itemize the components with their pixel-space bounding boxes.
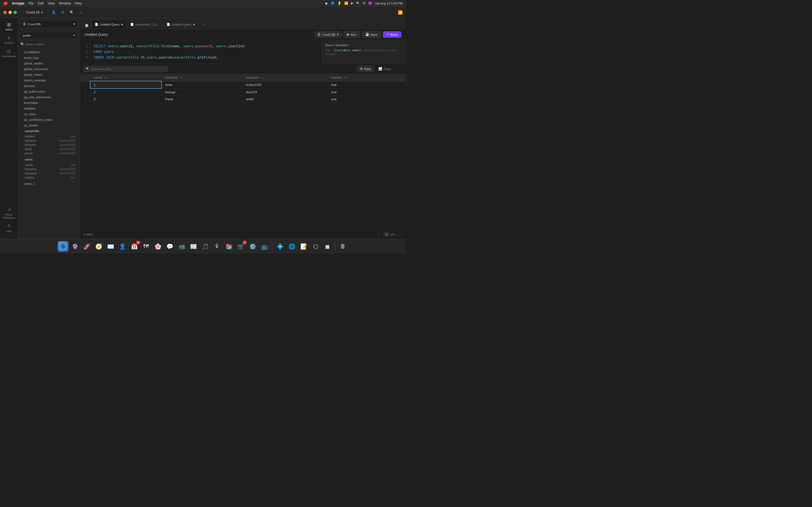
table-item[interactable]: › global_recovered — [18, 66, 80, 72]
cell-password[interactable]: dum234 — [243, 89, 328, 96]
chart-view-btn[interactable]: 📊 Chart — [375, 66, 394, 72]
current-page[interactable]: 1 — [384, 232, 390, 237]
table-item-userprofile[interactable]: ∨ userprofile — [18, 128, 80, 134]
dock-books[interactable]: 📚 — [223, 241, 234, 252]
table-item[interactable]: › asset_type — [18, 55, 80, 61]
tab-untitled2[interactable]: 📄 Untitled Query — [163, 19, 199, 29]
sidebar-item-queries[interactable]: ≡ Queries — [1, 34, 17, 46]
settings-icon-btn[interactable]: ⚙ — [59, 8, 66, 16]
dock-facetime[interactable]: 📹 — [176, 241, 187, 252]
dock-notion[interactable]: ◼ — [322, 241, 333, 252]
table-item[interactable]: › us_confirmed_cases — [18, 117, 80, 122]
home-tab[interactable]: 🏠 — [82, 22, 91, 29]
dock-messages[interactable]: 💬 — [164, 241, 175, 252]
dock-siri[interactable]: 🔮 — [70, 241, 80, 252]
workspace-selector[interactable]: Covid-19 ▾ — [24, 9, 45, 15]
sidebar-toggle-btn[interactable]: ◁ — [77, 8, 85, 16]
dock-podcasts[interactable]: 🎙 — [212, 241, 222, 252]
cell-userid[interactable]: 3 — [90, 96, 161, 103]
menu-file[interactable]: File — [29, 1, 34, 5]
cell-firstname[interactable]: George — [161, 89, 243, 96]
col-header-isactive[interactable]: isactive boo — [328, 74, 406, 81]
close-button[interactable] — [3, 11, 7, 14]
tab-untitled1[interactable]: 📄 Untitled Query — [91, 19, 126, 29]
table-item[interactable]: › pg_buffercache — [18, 89, 80, 94]
maximize-button[interactable] — [13, 11, 17, 14]
dock-appstore[interactable]: 🛒 1 — [236, 241, 246, 252]
table-item[interactable]: › persons — [18, 83, 80, 89]
minimize-button[interactable] — [8, 11, 12, 14]
dock-pages[interactable]: 📝 — [298, 241, 309, 252]
save-button[interactable]: 💾 Save — [362, 31, 381, 38]
dock-music[interactable]: 🎵 — [200, 241, 211, 252]
cell-password[interactable]: krofax1234 — [243, 81, 328, 89]
tab-userprofile[interactable]: 📄 userprofile - Co... — [126, 19, 163, 29]
dock-trash[interactable]: 🗑 — [338, 241, 348, 252]
cell-isactive[interactable]: true — [328, 89, 406, 96]
col-header-userid[interactable]: userid int4 — [90, 74, 161, 81]
dock-systemprefs[interactable]: ⚙️ — [247, 241, 258, 252]
help-btn[interactable]: ? Help — [1, 222, 17, 234]
dock-appletv[interactable]: 📺 — [259, 241, 270, 252]
table-item[interactable]: › pg_stat_statements — [18, 94, 80, 100]
table-item-users1[interactable]: › users_1 — [18, 181, 80, 186]
table-item-users[interactable]: ∨ users — [18, 157, 80, 162]
cell-firstname[interactable]: Paula — [161, 96, 243, 103]
run-button[interactable]: ▶ Run — [343, 31, 360, 38]
add-tab-btn[interactable]: ＋ — [200, 21, 207, 29]
table-item[interactable]: › global_states — [18, 72, 80, 77]
table-item[interactable]: › import_example — [18, 77, 80, 83]
dock-vscode2[interactable]: ⬡ — [310, 241, 321, 252]
dock-vscode[interactable]: 💠 — [274, 241, 285, 252]
results-more-btn[interactable]: ··· — [395, 66, 403, 72]
col-header-password[interactable]: password var — [243, 74, 328, 81]
share-workspace-btn[interactable]: ↗ ShareWorkspace — [1, 205, 17, 221]
table-item[interactable]: › CovidEffect — [18, 49, 80, 55]
code-editor[interactable]: SELECT users.userid, userprofile.firstna… — [90, 40, 321, 64]
dock-news[interactable]: 📰 — [188, 241, 199, 252]
apple-icon[interactable]: 🍎 — [3, 1, 8, 5]
db-badge[interactable]: 🗄 Covid DB ▾ — [314, 31, 342, 38]
col-header-firstname[interactable]: firstname va — [161, 74, 243, 81]
menu-window[interactable]: Window — [59, 1, 71, 5]
search-tables-input[interactable] — [26, 43, 73, 46]
dock-contacts[interactable]: 👤 — [117, 241, 128, 252]
dock-mail[interactable]: ✉️ — [105, 241, 116, 252]
dock-photos[interactable]: 🌸 — [153, 241, 163, 252]
table-item[interactable]: › us_deaths — [18, 122, 80, 128]
next-page-btn[interactable]: › — [397, 231, 403, 237]
dock-calendar[interactable]: 📅 14 — [129, 241, 140, 252]
sidebar-item-tables[interactable]: ⊞ Tables — [1, 20, 17, 33]
dock-launchpad[interactable]: 🚀 — [82, 241, 92, 252]
menu-help[interactable]: Help — [75, 1, 82, 5]
table-item[interactable]: › global_deaths — [18, 61, 80, 66]
schema-btn[interactable]: public ▾ — [20, 32, 78, 39]
cell-isactive[interactable]: true — [328, 96, 406, 103]
prev-page-btn[interactable]: ‹ — [377, 231, 382, 237]
menu-view[interactable]: View — [48, 1, 55, 5]
cell-isactive[interactable]: true — [328, 81, 406, 89]
table-view-btn[interactable]: ⊞ Table — [357, 66, 374, 72]
dock-chrome[interactable]: 🌐 — [287, 241, 297, 252]
sidebar-item-dashboards[interactable]: ⊡ Dashboards — [1, 47, 17, 59]
table-item[interactable]: › us_cities — [18, 111, 80, 117]
code-line-2: FROM users — [94, 49, 318, 55]
more-options-icon[interactable]: ··· — [75, 42, 78, 46]
user-icon-btn[interactable]: 👤 — [50, 8, 57, 16]
db-selector-btn[interactable]: 🗄 Covid DB ▾ — [20, 20, 78, 28]
table-item[interactable]: › testtable — [18, 106, 80, 111]
table-item[interactable]: › tempTable — [18, 100, 80, 106]
cell-password[interactable]: ant56 — [243, 96, 328, 103]
dock-maps[interactable]: 🗺 — [141, 241, 151, 252]
cell-userid[interactable]: 2 — [90, 89, 161, 96]
menubar-controlcenter-icon[interactable]: ⊞ — [363, 1, 365, 5]
menu-edit[interactable]: Edit — [38, 1, 44, 5]
cell-firstname[interactable]: Anita — [161, 81, 243, 89]
dock-finder[interactable] — [58, 241, 68, 252]
cell-userid[interactable]: 1 — [90, 81, 161, 89]
dock-safari[interactable]: 🧭 — [93, 241, 104, 252]
search-icon-btn[interactable]: 🔍 — [68, 8, 75, 16]
results-search-input[interactable] — [91, 67, 165, 71]
share-button[interactable]: ↗ Share — [383, 31, 402, 38]
menubar-search-icon[interactable]: 🔍 — [356, 1, 360, 5]
